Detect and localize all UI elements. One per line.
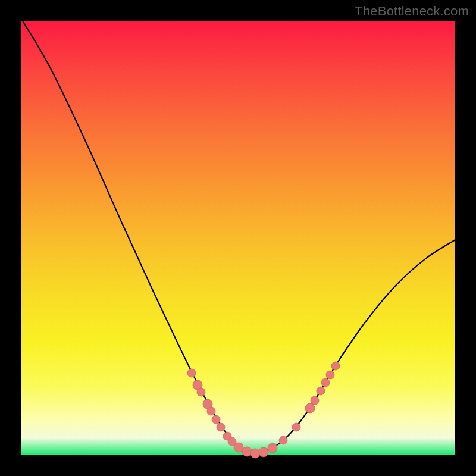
chart-frame: TheBottleneck.com — [0, 0, 476, 476]
curve-marker — [305, 403, 315, 413]
curve-marker — [207, 407, 215, 415]
curve-marker — [317, 387, 325, 395]
bottleneck-curve — [21, 18, 455, 453]
curve-marker — [259, 447, 268, 457]
curve-marker — [197, 388, 205, 396]
curve-marker — [326, 371, 334, 379]
curve-marker — [321, 378, 330, 387]
curve-marker — [242, 447, 252, 456]
curve-markers — [187, 362, 340, 458]
curve-marker — [311, 396, 319, 405]
curve-marker — [217, 423, 225, 431]
curve-marker — [250, 449, 260, 458]
watermark-text: TheBottleneck.com — [355, 4, 469, 19]
curve-marker — [268, 443, 277, 453]
curve-marker — [292, 423, 300, 431]
plot-area — [21, 21, 455, 455]
curve-marker — [187, 369, 196, 377]
curve-marker — [212, 415, 220, 424]
curve-marker — [279, 436, 287, 444]
curve-marker — [331, 362, 340, 370]
chart-svg — [21, 21, 455, 455]
curve-marker — [234, 443, 243, 452]
